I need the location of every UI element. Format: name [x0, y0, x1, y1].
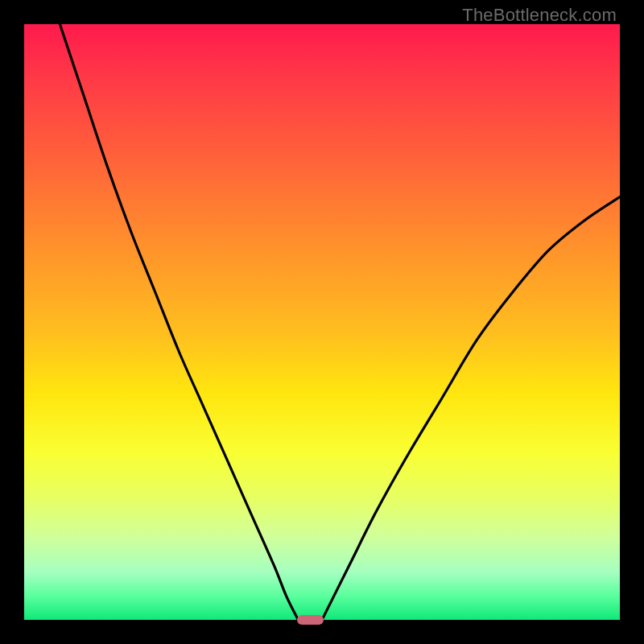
curve-right	[322, 197, 620, 620]
bottleneck-marker	[297, 615, 324, 624]
curve-layer	[24, 24, 620, 620]
chart-frame: TheBottleneck.com	[0, 0, 644, 644]
curve-left	[60, 24, 298, 620]
watermark-text: TheBottleneck.com	[462, 5, 617, 26]
